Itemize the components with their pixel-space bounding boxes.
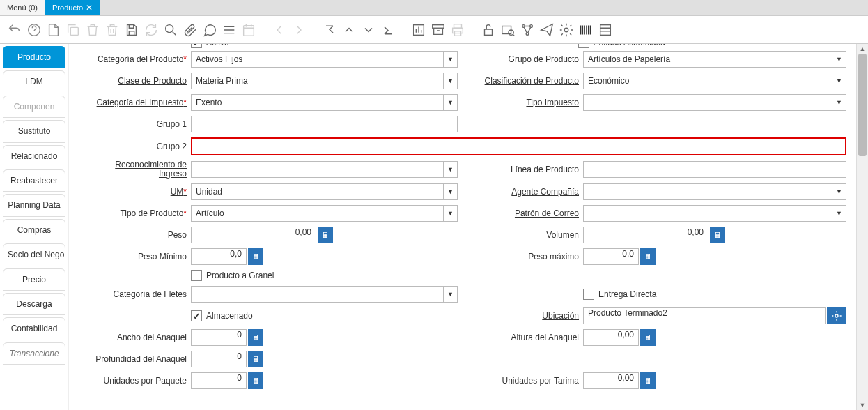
calculator-icon[interactable]: 🖩: [248, 248, 263, 265]
chevron-down-icon[interactable]: ▼: [832, 95, 846, 110]
chevron-down-icon[interactable]: ▼: [832, 184, 846, 199]
last-icon[interactable]: [380, 22, 396, 38]
chevron-down-icon[interactable]: ▼: [443, 162, 457, 177]
checkbox-entidad[interactable]: [578, 44, 589, 48]
barcode-icon[interactable]: [578, 22, 594, 38]
gear-icon[interactable]: [559, 22, 574, 38]
report-icon[interactable]: [411, 22, 426, 38]
select-tipo-impuesto[interactable]: ▼: [583, 94, 846, 111]
sidebar-item-planning[interactable]: Planning Data: [3, 194, 65, 216]
select-categoria-impuesto[interactable]: Exento▼: [191, 94, 458, 111]
calculator-icon[interactable]: 🖩: [710, 227, 725, 243]
sidebar-item-relacionado[interactable]: Relacionado: [3, 145, 65, 167]
chat-icon[interactable]: [202, 22, 217, 38]
chevron-down-icon[interactable]: ▼: [443, 95, 457, 110]
tab-producto[interactable]: Producto ✕: [45, 0, 100, 15]
input-altura[interactable]: 0,00: [583, 329, 639, 346]
select-reconocimiento[interactable]: ▼: [191, 161, 458, 178]
locate-icon[interactable]: [827, 308, 846, 324]
sidebar-item-ldm[interactable]: LDM: [3, 70, 65, 93]
input-linea[interactable]: [583, 161, 846, 178]
input-uni-tarima[interactable]: 0,00: [583, 372, 639, 389]
select-um[interactable]: Unidad▼: [191, 183, 458, 200]
copy-icon[interactable]: [65, 22, 81, 38]
select-tipo-producto[interactable]: Artículo▼: [191, 205, 458, 222]
undo-icon[interactable]: [7, 22, 22, 38]
select-clase-producto[interactable]: Materia Prima▼: [191, 73, 458, 89]
archive-icon[interactable]: [431, 22, 446, 38]
nav-fwd-icon[interactable]: [291, 22, 307, 38]
input-volumen[interactable]: 0,00: [583, 227, 708, 243]
input-peso-min[interactable]: 0,0: [191, 248, 247, 265]
calculator-icon[interactable]: 🖩: [318, 227, 333, 243]
checkbox-activo[interactable]: [191, 44, 202, 48]
select-patron[interactable]: ▼: [583, 205, 846, 222]
calendar-icon[interactable]: [241, 22, 256, 38]
calculator-icon[interactable]: 🖩: [640, 248, 656, 265]
select-categoria-producto[interactable]: Activos Fijos▼: [191, 51, 458, 68]
vertical-scrollbar[interactable]: ▲ ▼: [856, 44, 868, 410]
checkbox-entrega[interactable]: [583, 289, 594, 300]
checkbox-almacenado[interactable]: [191, 310, 202, 321]
scroll-down-icon[interactable]: ▼: [857, 400, 868, 410]
tab-menu[interactable]: Menú (0): [0, 0, 45, 15]
sidebar-item-precio[interactable]: Precio: [3, 268, 65, 291]
calculator-icon[interactable]: 🖩: [248, 351, 263, 367]
input-uni-paquete[interactable]: 0: [191, 372, 247, 389]
print-icon[interactable]: [450, 22, 465, 38]
nav-back-icon[interactable]: [272, 22, 287, 38]
grid-icon[interactable]: [222, 22, 237, 38]
chevron-down-icon[interactable]: ▼: [443, 287, 457, 302]
input-grupo2[interactable]: [191, 137, 846, 155]
scroll-up-icon[interactable]: ▲: [857, 44, 868, 54]
lock-icon[interactable]: [481, 22, 496, 38]
input-ubicacion[interactable]: Producto Terminado2: [583, 308, 826, 324]
workflow-icon[interactable]: [520, 22, 535, 38]
sidebar-item-sustituto[interactable]: Sustituto: [3, 120, 65, 142]
help-icon[interactable]: [26, 22, 42, 38]
calculator-icon[interactable]: 🖩: [640, 372, 656, 389]
chevron-down-icon[interactable]: ▼: [443, 184, 457, 199]
sidebar-item-producto[interactable]: Producto: [3, 46, 65, 68]
chevron-down-icon[interactable]: ▼: [443, 73, 457, 89]
scroll-thumb[interactable]: [858, 54, 867, 156]
select-cat-fletes[interactable]: ▼: [191, 286, 458, 303]
sidebar-item-compras[interactable]: Compras: [3, 219, 65, 241]
attachment-icon[interactable]: [183, 22, 198, 38]
zoom-icon[interactable]: [500, 22, 516, 38]
search-icon[interactable]: [163, 22, 178, 38]
sidebar-item-reabastecer[interactable]: Reabastecer: [3, 169, 65, 192]
calculator-icon[interactable]: 🖩: [248, 329, 263, 346]
calculator-icon[interactable]: 🖩: [640, 329, 656, 346]
chevron-down-icon[interactable]: ▼: [443, 206, 457, 221]
delete2-icon[interactable]: [104, 22, 120, 38]
input-peso[interactable]: 0,00: [191, 227, 316, 243]
new-icon[interactable]: [46, 22, 61, 38]
refresh-icon[interactable]: [144, 22, 159, 38]
form-icon[interactable]: [598, 22, 613, 38]
first-icon[interactable]: [322, 22, 337, 38]
save-icon[interactable]: [124, 22, 139, 38]
close-icon[interactable]: ✕: [86, 3, 93, 13]
sidebar-item-contabilidad[interactable]: Contabilidad: [3, 317, 65, 340]
sidebar-item-componentes[interactable]: Componen: [3, 96, 65, 118]
input-ancho[interactable]: 0: [191, 329, 247, 346]
calculator-icon[interactable]: 🖩: [248, 372, 263, 389]
chevron-down-icon[interactable]: ▼: [443, 52, 457, 67]
sidebar-item-socio[interactable]: Socio del Negocio: [3, 243, 65, 266]
next-icon[interactable]: [361, 22, 376, 38]
input-profundidad[interactable]: 0: [191, 351, 247, 367]
input-peso-max[interactable]: 0,0: [583, 248, 639, 265]
chevron-down-icon[interactable]: ▼: [832, 73, 846, 89]
chevron-down-icon[interactable]: ▼: [832, 206, 846, 221]
send-icon[interactable]: [539, 22, 555, 38]
checkbox-granel[interactable]: [191, 270, 202, 281]
input-grupo1[interactable]: [191, 116, 458, 132]
prev-icon[interactable]: [341, 22, 357, 38]
sidebar-item-transacciones[interactable]: Transaccione: [3, 342, 65, 365]
select-agente[interactable]: ▼: [583, 183, 846, 200]
sidebar-item-descarga[interactable]: Descarga: [3, 293, 65, 315]
select-clasif-producto[interactable]: Económico▼: [583, 73, 846, 89]
delete-icon[interactable]: [85, 22, 100, 38]
select-grupo-producto[interactable]: Artículos de Papelería▼: [583, 51, 846, 68]
